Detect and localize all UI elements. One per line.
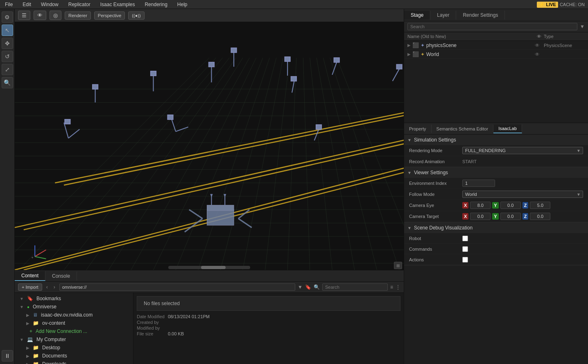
collapse-icon: ▼: [407, 226, 412, 230]
tab-console[interactable]: Console: [45, 272, 77, 281]
tab-render-settings[interactable]: Render Settings: [456, 11, 505, 20]
debug-section: ▼ Scene Debug Visualization Robot Comman…: [404, 222, 588, 265]
browser-toolbar: + Import ‹ › ▼ 🔖 🔍 ≡ ⋮: [15, 282, 404, 293]
tree-item-icon: 🔖: [27, 296, 33, 301]
file-tree-item-3[interactable]: ▶📁ov-content: [15, 319, 133, 327]
path-input[interactable]: [59, 283, 295, 291]
col-type-header: Type: [544, 34, 585, 39]
expand-icon: ▶: [26, 321, 29, 326]
record-animation-value: START: [462, 159, 583, 164]
debug-section-header[interactable]: ▼ Scene Debug Visualization: [404, 222, 588, 233]
menu-item-help[interactable]: Help: [176, 1, 189, 8]
tab-semantics[interactable]: Semantics Schema Editor: [432, 125, 494, 133]
tab-stage[interactable]: Stage: [404, 11, 430, 20]
stage-search-input[interactable]: [407, 23, 577, 30]
svg-rect-58: [231, 48, 237, 52]
viewport-toolbar: ☰ 👁 ◎ Renderer Perspective ((●)): [15, 9, 404, 22]
physics-scene-icon: ✦: [421, 43, 425, 48]
menu-item-rendering[interactable]: Rendering: [143, 1, 169, 8]
grid-view-btn[interactable]: ⊞: [394, 262, 402, 269]
file-tree-item-2[interactable]: ▶🖥isaac-dev.ov.nvidia.com: [15, 311, 133, 319]
actions-row: Actions: [404, 254, 588, 265]
file-tree-item-8[interactable]: ▶📁Downloads: [15, 360, 133, 364]
bookmark-icon[interactable]: 🔖: [305, 284, 311, 290]
tree-item-label: Downloads: [42, 361, 66, 364]
camera-icon: 👁: [37, 12, 43, 18]
record-animation-row: Record Animation START: [404, 156, 588, 167]
follow-mode-select[interactable]: World Robot None: [462, 191, 583, 198]
tab-property[interactable]: Property: [404, 125, 432, 133]
tab-isaaclab[interactable]: IsaacLab: [493, 124, 522, 133]
camera-target-label: Camera Target: [409, 214, 462, 219]
menu-bar: File Edit Window Replicator Isaac Exampl…: [0, 0, 588, 9]
search-input[interactable]: [322, 283, 388, 291]
menu-item-replicator[interactable]: Replicator: [67, 1, 92, 8]
tree-item-label: My Computer: [36, 337, 66, 342]
filter2-icon[interactable]: ≡: [390, 284, 393, 290]
perspective-btn[interactable]: Perspective: [94, 11, 125, 20]
menu-item-file[interactable]: File: [3, 1, 14, 8]
simulation-section-header[interactable]: ▼ Simulation Settings: [404, 135, 588, 145]
camera-target-z[interactable]: [530, 213, 550, 220]
eye-toolbar-btn[interactable]: ◎: [50, 11, 61, 20]
camera-eye-y[interactable]: [500, 202, 521, 209]
options-icon[interactable]: ⋮: [396, 284, 400, 290]
camera-target-y[interactable]: [500, 213, 521, 220]
tree-item-label: Documents: [42, 353, 67, 359]
file-tree-item-4[interactable]: +Add New Connection ...: [15, 327, 133, 335]
file-tree-item-0[interactable]: ▼🔖Bookmarks: [15, 294, 133, 303]
file-tree-item-1[interactable]: ▼●Omniverse: [15, 303, 133, 311]
settings-toolbar-btn[interactable]: ☰: [18, 11, 30, 20]
file-tree-item-5[interactable]: ▼💻My Computer: [15, 335, 133, 344]
toolbar-settings-btn[interactable]: ⚙: [2, 11, 13, 23]
tree-item-icon: 📁: [33, 361, 39, 364]
viewport-svg: +: [15, 22, 404, 270]
camera-target-x[interactable]: [470, 213, 491, 220]
file-tree-item-7[interactable]: ▶📁Documents: [15, 352, 133, 360]
tree-item-icon: 🖥: [33, 312, 38, 318]
radio-btn[interactable]: ((●)): [128, 11, 144, 20]
stage-filter-icon[interactable]: ▼: [580, 24, 585, 29]
toolbar-select-btn[interactable]: ↖: [2, 25, 13, 36]
toolbar-move-btn[interactable]: ✥: [2, 38, 13, 49]
actions-checkbox[interactable]: [462, 257, 468, 263]
commands-checkbox[interactable]: [462, 246, 468, 252]
viewport-scrollbar[interactable]: [168, 266, 250, 269]
menu-item-window[interactable]: Window: [39, 1, 60, 8]
menu-item-isaac[interactable]: Isaac Examples: [99, 1, 137, 8]
renderer-btn[interactable]: Renderer: [65, 11, 91, 20]
file-tree-item-6[interactable]: ▶📁Desktop: [15, 344, 133, 352]
env-index-input[interactable]: [462, 180, 495, 187]
viewer-section-header[interactable]: ▼ Viewer Settings: [404, 167, 588, 178]
viewport-scrollbar-thumb[interactable]: [201, 266, 226, 269]
stage-row-physics[interactable]: ▶ ⬛ ✦ physicsScene 👁 PhysicsScene: [404, 41, 588, 50]
camera-eye-x[interactable]: [470, 202, 491, 209]
actions-label: Actions: [409, 257, 462, 262]
eye-col[interactable]: 👁: [532, 52, 542, 57]
filter-icon[interactable]: ▼: [298, 284, 303, 290]
stage-row-world[interactable]: ▶ ⬛ ✦ World 👁: [404, 50, 588, 59]
import-btn[interactable]: + Import: [18, 283, 42, 291]
tab-layer[interactable]: Layer: [430, 11, 456, 20]
rendering-mode-select-wrapper: FULL_RENDERING HEADLESS ▼: [462, 147, 583, 154]
nav-back-btn[interactable]: ‹: [45, 283, 50, 291]
toolbar-rotate-btn[interactable]: ↺: [2, 51, 13, 62]
menu-item-edit[interactable]: Edit: [21, 1, 33, 8]
rendering-mode-select[interactable]: FULL_RENDERING HEADLESS: [462, 147, 583, 154]
camera-eye-z[interactable]: [530, 202, 550, 209]
type-col: PhysicsScene: [544, 43, 585, 48]
simulation-title: Simulation Settings: [414, 137, 456, 143]
tab-content[interactable]: Content: [15, 271, 45, 281]
toolbar-zoom-btn[interactable]: 🔍: [2, 77, 13, 88]
svg-rect-41: [207, 210, 234, 225]
camera-toolbar-btn[interactable]: 👁: [34, 11, 46, 20]
robot-checkbox[interactable]: [462, 236, 468, 241]
viewport-3d[interactable]: + ⊞: [15, 22, 404, 270]
commands-label: Commands: [409, 247, 462, 252]
nav-forward-btn[interactable]: ›: [52, 283, 57, 291]
toolbar-pause-btn[interactable]: ⏸: [2, 350, 13, 362]
svg-rect-64: [397, 65, 402, 69]
eye-col[interactable]: 👁: [532, 43, 542, 48]
toolbar-scale-btn[interactable]: ⤢: [2, 64, 13, 75]
follow-mode-value: World Robot None ▼: [462, 191, 583, 198]
